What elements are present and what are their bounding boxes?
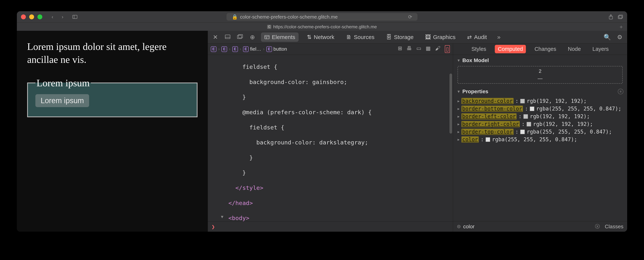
bc-item-2[interactable]: E xyxy=(232,46,238,52)
svg-rect-0 xyxy=(73,15,77,19)
tab-styles[interactable]: Styles xyxy=(468,45,489,53)
page-form: Lorem ipsum Lorem ipsum xyxy=(27,77,198,117)
properties-header[interactable]: ▼ Properties ≡ xyxy=(453,86,627,97)
layout-icon[interactable]: ▯ xyxy=(445,45,450,53)
ruler-icon[interactable]: ⊞ xyxy=(398,45,402,53)
dock-side-icon[interactable] xyxy=(236,34,244,41)
reload-icon[interactable]: ⟳ xyxy=(408,14,412,20)
styles-tabs: Styles Computed Changes Node Layers xyxy=(453,44,627,55)
disclosure-triangle-icon: ▼ xyxy=(457,58,460,63)
tab-audit[interactable]: ⇄ Audit xyxy=(464,32,490,42)
box-model-diagram: 2 — xyxy=(458,66,623,84)
elements-icon xyxy=(264,35,270,39)
prop-row[interactable]: ▶border-left-color: rgb(192, 192, 192); xyxy=(458,112,623,120)
tab-changes[interactable]: Changes xyxy=(532,45,559,53)
lock-icon: 🔒 xyxy=(232,14,238,20)
sidebar-toggle[interactable] xyxy=(70,14,80,20)
prop-row[interactable]: ▶color: rgba(255, 255, 255, 0.847); xyxy=(458,136,623,143)
filter-icon: ⊜ xyxy=(457,224,461,229)
forward-button[interactable]: › xyxy=(58,14,67,20)
address-bar[interactable]: 🔒 color-scheme-prefers-color-scheme.glit… xyxy=(226,13,418,21)
grid-icon[interactable]: ▦ xyxy=(426,45,430,53)
device-icon[interactable]: ▭ xyxy=(416,45,421,53)
svg-rect-9 xyxy=(265,36,269,39)
tab-elements[interactable]: Elements xyxy=(261,33,298,42)
devtools: ✕ ⊕ Elements ⇅ Network 🗎 Sources 🗄 xyxy=(208,31,627,232)
titlebar: ‹ › 🔒 color-scheme-prefers-color-scheme.… xyxy=(17,11,627,23)
disclosure-triangle-icon: ▼ xyxy=(457,89,460,94)
nav-arrows: ‹ › xyxy=(48,14,67,20)
rendered-page: Lorem ipsum dolor sit amet, legere ancil… xyxy=(17,31,208,232)
page-paragraph: Lorem ipsum dolor sit amet, legere ancil… xyxy=(27,40,198,66)
traffic-lights xyxy=(21,15,42,19)
browser-window: ‹ › 🔒 color-scheme-prefers-color-scheme.… xyxy=(17,11,627,232)
boxmodel-header[interactable]: ▼ Box Model xyxy=(453,55,627,66)
svg-rect-5 xyxy=(225,35,230,39)
svg-rect-8 xyxy=(238,35,242,38)
storage-icon: 🗄 xyxy=(386,34,392,40)
inspect-icon[interactable]: ⊕ xyxy=(248,34,256,41)
bc-item-3[interactable]: Efiel… xyxy=(243,46,261,52)
dom-tree[interactable]: fieldset { background-color: gainsboro; … xyxy=(208,55,453,221)
tab-layers[interactable]: Layers xyxy=(590,45,612,53)
more-tabs-icon[interactable]: » xyxy=(495,34,503,41)
tab-bar: C https://color-scheme-prefers-color-sch… xyxy=(17,23,627,31)
paint-icon[interactable]: 🖌 xyxy=(435,45,440,53)
network-icon: ⇅ xyxy=(307,34,312,40)
share-icon[interactable] xyxy=(608,14,613,20)
filter-row: ⊜ ⓧ Classes xyxy=(453,221,627,232)
page-button[interactable]: Lorem ipsum xyxy=(36,94,89,107)
page-legend: Lorem ipsum xyxy=(36,77,91,88)
back-button[interactable]: ‹ xyxy=(48,14,57,20)
settings-icon[interactable]: ⚙ xyxy=(616,34,624,41)
search-icon[interactable]: 🔍 xyxy=(604,34,611,41)
tab-title[interactable]: https://color-scheme-prefers-color-schem… xyxy=(273,24,377,30)
tab-sources[interactable]: 🗎 Sources xyxy=(342,33,378,42)
prop-row[interactable]: ▶background-color: rgb(192, 192, 192); xyxy=(458,97,623,105)
tab-node[interactable]: Node xyxy=(565,45,584,53)
tab-network[interactable]: ⇅ Network xyxy=(304,32,338,42)
tabs-overview-icon[interactable] xyxy=(618,14,623,20)
elements-pane: E › E › E › Efiel… › Ebutton ⊞ 🖶 ▭ xyxy=(208,44,453,232)
console-prompt[interactable]: ❯ xyxy=(208,221,453,232)
prop-row[interactable]: ▶border-top-color: rgba(255, 255, 255, 0… xyxy=(458,128,623,136)
prop-row[interactable]: ▶border-right-color: rgb(192, 192, 192); xyxy=(458,120,623,128)
bc-item-4[interactable]: Ebutton xyxy=(266,46,287,52)
devtools-tabs: ✕ ⊕ Elements ⇅ Network 🗎 Sources 🗄 xyxy=(208,31,627,44)
maximize-window[interactable] xyxy=(38,15,42,19)
close-window[interactable] xyxy=(21,15,26,19)
print-icon[interactable]: 🖶 xyxy=(406,45,412,53)
new-tab-button[interactable]: ＋ xyxy=(618,23,624,30)
classes-button[interactable]: Classes xyxy=(605,224,624,230)
close-devtools-icon[interactable]: ✕ xyxy=(212,34,219,41)
tab-computed[interactable]: Computed xyxy=(495,45,526,53)
tab-storage[interactable]: 🗄 Storage xyxy=(383,33,417,42)
prop-row[interactable]: ▶border-bottom-color: rgba(255, 255, 255… xyxy=(458,105,623,112)
tab-graphics[interactable]: 🖼 Graphics xyxy=(422,33,459,42)
scrollbar[interactable] xyxy=(450,74,452,134)
page-fieldset: Lorem ipsum Lorem ipsum xyxy=(27,77,198,117)
filter-toggle-icon[interactable]: ≡ xyxy=(618,89,624,94)
svg-rect-7 xyxy=(238,35,242,39)
favicon: C xyxy=(267,25,271,29)
filter-input[interactable] xyxy=(463,224,593,230)
graphics-icon: 🖼 xyxy=(425,34,431,40)
audit-icon: ⇄ xyxy=(467,34,472,40)
bc-item-1[interactable]: E xyxy=(222,46,227,52)
minimize-window[interactable] xyxy=(29,15,34,19)
bc-item-0[interactable]: E xyxy=(211,46,216,52)
dock-bottom-icon[interactable] xyxy=(224,34,232,41)
url-text: color-scheme-prefers-color-scheme.glitch… xyxy=(240,14,338,20)
clear-filter-icon[interactable]: ⓧ xyxy=(595,223,600,230)
dom-breadcrumb: E › E › E › Efiel… › Ebutton ⊞ 🖶 ▭ xyxy=(208,44,453,55)
sources-icon: 🗎 xyxy=(346,34,352,40)
styles-pane: Styles Computed Changes Node Layers ▼ Bo… xyxy=(453,44,627,232)
computed-properties: ▶background-color: rgb(192, 192, 192); ▶… xyxy=(453,97,627,143)
